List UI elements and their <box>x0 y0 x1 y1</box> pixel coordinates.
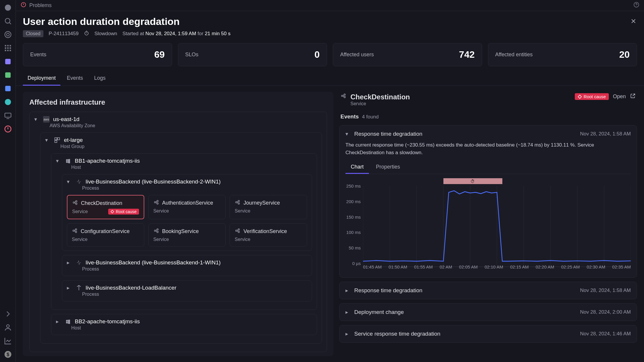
svg-point-0 <box>5 5 11 11</box>
az-node[interactable]: ▾ aws us-east-1d AWS Availability Zone ▾… <box>29 112 327 352</box>
y-tick-label: 150 ms <box>346 214 361 219</box>
event-card-3[interactable]: ▸ Service response time degradation Nov … <box>339 325 637 343</box>
problems-icon[interactable] <box>4 125 12 133</box>
windows-icon <box>65 318 71 325</box>
y-tick-label: 0 µs <box>352 261 361 266</box>
svg-rect-17 <box>5 113 11 117</box>
popout-icon[interactable] <box>630 93 636 100</box>
events-count-line: Events 4 found <box>339 113 637 121</box>
chevron-right-icon[interactable]: ▸ <box>56 318 61 325</box>
root-cause-badge: Root cause <box>575 93 609 100</box>
sidebar: $ <box>0 0 16 362</box>
svg-rect-9 <box>9 47 11 49</box>
tab-logs[interactable]: Logs <box>89 72 110 86</box>
main-tabs: Deployment Events Logs <box>16 66 644 86</box>
svg-rect-11 <box>7 50 9 51</box>
svg-point-16 <box>5 99 11 105</box>
nav-icon-5[interactable] <box>4 111 12 120</box>
tab-events[interactable]: Events <box>62 72 88 86</box>
service-card-verificationservice[interactable]: VerificationServiceService <box>230 223 307 247</box>
chevron-right-icon[interactable]: ▸ <box>345 309 351 315</box>
hostgroup-node[interactable]: ▾ et-large Host Group ▾ BB1-apache-tomca… <box>40 132 322 344</box>
host1-node[interactable]: ▾ BB1-apache-tomcatjms-iis Host ▾ <box>51 153 317 310</box>
chevron-down-icon[interactable]: ▾ <box>45 137 50 143</box>
header: User action duration degradation Closed … <box>16 11 644 37</box>
search-icon[interactable] <box>4 17 12 25</box>
chevron-down-icon[interactable]: ▾ <box>34 116 40 123</box>
nav-icon-3[interactable] <box>4 84 12 93</box>
service-card-checkdestination[interactable]: CheckDestinationServiceRoot cause <box>67 195 144 219</box>
event-card-2[interactable]: ▸ Deployment change Nov 28, 2024, 2:00 A… <box>339 303 637 321</box>
service-icon <box>153 228 159 235</box>
svg-point-46 <box>341 95 343 97</box>
help-icon[interactable] <box>633 2 639 9</box>
nav-icon-1[interactable] <box>4 57 12 66</box>
y-tick-label: 200 ms <box>346 199 361 204</box>
page-title: User action duration degradation <box>23 16 637 27</box>
chevron-down-icon[interactable]: ▾ <box>56 158 61 164</box>
close-button[interactable] <box>630 18 637 26</box>
tab-deployment[interactable]: Deployment <box>23 72 60 86</box>
svg-rect-13 <box>5 59 11 64</box>
dollar-icon[interactable]: $ <box>4 350 12 358</box>
service-icon <box>340 93 346 100</box>
metric-slos[interactable]: SLOs 0 <box>178 43 327 66</box>
chevron-right-icon[interactable]: ▸ <box>67 259 72 266</box>
process2-node[interactable]: ▸ live-BusinessBackend (live-BusinessBac… <box>62 255 312 276</box>
service-card-bookingservice[interactable]: BookingServiceService <box>148 223 226 247</box>
y-tick-label: 50 ms <box>349 245 361 250</box>
apps-icon[interactable] <box>4 44 12 52</box>
svg-point-31 <box>154 202 156 203</box>
event-inner-tabs: Chart Properties <box>345 161 631 174</box>
chevron-down-icon[interactable]: ▾ <box>345 131 351 137</box>
metric-affected-entities[interactable]: Affected entities 20 <box>488 43 637 66</box>
host2-node[interactable]: ▸ BB2-apache-tomcatjms-iis Host <box>51 314 317 335</box>
nav-icon-4[interactable] <box>4 98 12 106</box>
process-icon <box>76 179 82 185</box>
metric-events[interactable]: Events 69 <box>23 43 172 66</box>
service-card-authenticationservice[interactable]: AuthenticationServiceService <box>148 195 226 219</box>
response-time-chart[interactable]: 250 ms200 ms150 ms100 ms50 ms0 µs 01:45 … <box>345 178 631 272</box>
x-tick-label: 02:15 AM <box>510 264 528 272</box>
inner-tab-properties[interactable]: Properties <box>371 161 405 174</box>
chart-icon[interactable] <box>4 337 12 345</box>
nav-icon-2[interactable] <box>4 71 12 79</box>
inner-tab-chart[interactable]: Chart <box>345 161 369 174</box>
process-icon <box>76 259 82 266</box>
x-tick-label: 02:30 AM <box>587 264 605 272</box>
x-tick-label: 02:25 AM <box>561 264 580 272</box>
chevron-right-icon[interactable]: ▸ <box>345 287 351 294</box>
x-tick-label: 02:20 AM <box>535 264 554 272</box>
chevron-right-icon[interactable]: ▸ <box>67 285 72 291</box>
user-icon[interactable] <box>4 323 12 332</box>
x-tick-label: 02 AM <box>440 264 452 272</box>
service-card-journeyservice[interactable]: JourneyServiceService <box>230 195 307 219</box>
event-card-1[interactable]: ▸ Response time degradation Nov 28, 2024… <box>339 282 637 299</box>
chevron-down-icon[interactable]: ▾ <box>67 179 72 185</box>
svg-rect-7 <box>5 47 6 49</box>
svg-rect-12 <box>9 50 11 51</box>
target-icon[interactable] <box>4 30 12 39</box>
service-detail-panel: CheckDestination Service Root cause Open… <box>339 92 637 356</box>
slowdown-label: Slowdown <box>94 31 117 37</box>
service-card-configurationservice[interactable]: ConfigurationServiceService <box>67 223 144 247</box>
service-icon <box>153 199 159 207</box>
event-card-0[interactable]: ▾ Response time degradation Nov 28, 2024… <box>339 125 637 278</box>
stopwatch-icon <box>84 30 89 37</box>
service-icon <box>72 200 78 207</box>
process1-node[interactable]: ▾ live-BusinessBackend (live-BusinessBac… <box>62 174 312 251</box>
open-button[interactable]: Open <box>613 94 626 100</box>
svg-rect-15 <box>5 86 11 91</box>
metric-affected-users[interactable]: Affected users 742 <box>333 43 482 66</box>
breadcrumb[interactable]: Problems <box>29 2 52 9</box>
expand-icon[interactable] <box>4 310 12 318</box>
process3-node[interactable]: ▸ live-BusinessBackend-LoadBalancer Proc… <box>62 280 312 301</box>
svg-rect-25 <box>55 138 57 140</box>
loadbalancer-icon <box>76 285 82 291</box>
logo-icon[interactable] <box>4 4 12 12</box>
service-icon <box>72 228 78 235</box>
chevron-right-icon[interactable]: ▸ <box>345 331 351 337</box>
x-tick-label: 02:10 AM <box>484 264 503 272</box>
windows-icon <box>65 158 71 164</box>
x-tick-label: 01:45 AM <box>363 264 382 272</box>
